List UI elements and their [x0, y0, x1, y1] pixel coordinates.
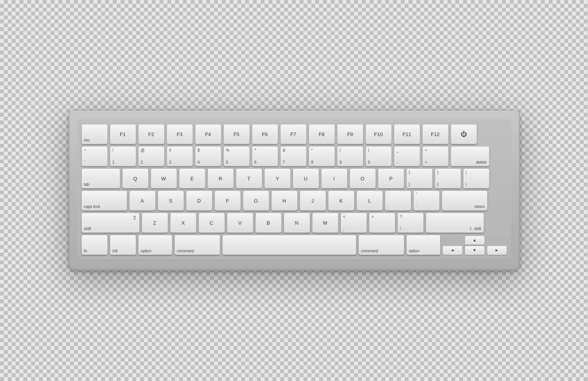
- key-f12[interactable]: F12: [422, 124, 449, 144]
- key-tab[interactable]: tab: [81, 168, 120, 189]
- key-6[interactable]: ^ 6: [252, 146, 278, 166]
- key-i[interactable]: I: [321, 168, 348, 189]
- key-slash[interactable]: ? /: [397, 213, 424, 233]
- key-quote[interactable]: " ': [413, 190, 440, 211]
- key-c[interactable]: C: [198, 213, 225, 233]
- key-arrow-left[interactable]: ◄: [442, 246, 463, 255]
- key-r[interactable]: R: [207, 168, 234, 189]
- key-k[interactable]: K: [328, 190, 355, 211]
- key-u[interactable]: U: [293, 168, 319, 189]
- key-arrow-down[interactable]: ▼: [465, 246, 485, 255]
- arrow-bottom-row: ◄ ▼ ►: [442, 246, 507, 255]
- key-option-left[interactable]: option: [138, 235, 172, 255]
- key-option-right[interactable]: option: [406, 235, 441, 255]
- bottom-row: fn crtl option command command option: [81, 235, 507, 255]
- key-f[interactable]: F: [214, 190, 241, 211]
- arrow-cluster: ▲ ◄ ▼ ►: [442, 236, 507, 255]
- key-x[interactable]: X: [170, 213, 197, 233]
- key-g[interactable]: G: [243, 190, 269, 211]
- key-2[interactable]: @ 2: [138, 146, 165, 166]
- key-arrow-up[interactable]: ▲: [465, 236, 485, 245]
- key-q[interactable]: Q: [122, 168, 149, 189]
- key-w[interactable]: W: [151, 168, 177, 189]
- key-9[interactable]: ( 9: [337, 146, 363, 166]
- key-f5[interactable]: F5: [223, 124, 250, 144]
- function-row: esc F1 F2 F3 F4 F5 F6: [81, 124, 507, 144]
- key-p[interactable]: P: [378, 168, 404, 189]
- qwerty-row: tab Q W E R T Y: [81, 168, 507, 189]
- key-v[interactable]: V: [227, 213, 253, 233]
- key-f7[interactable]: F7: [280, 124, 307, 144]
- keyboard-wrapper: esc F1 F2 F3 F4 F5 F6: [68, 110, 520, 271]
- key-f8[interactable]: F8: [309, 124, 335, 144]
- key-a[interactable]: A: [129, 190, 156, 211]
- key-comma[interactable]: < ,: [341, 213, 367, 233]
- key-shift-right[interactable]: ⇧ shift: [426, 213, 484, 233]
- key-l[interactable]: L: [356, 190, 383, 211]
- key-period[interactable]: > .: [369, 213, 395, 233]
- key-command-right[interactable]: command: [358, 235, 404, 255]
- key-equals[interactable]: + =: [422, 146, 449, 166]
- key-shift-left[interactable]: shift ⇧: [81, 213, 140, 233]
- key-spacebar[interactable]: [222, 235, 356, 255]
- key-minus[interactable]: _ -: [394, 146, 420, 166]
- key-fn[interactable]: fn: [81, 235, 108, 255]
- key-return[interactable]: return: [442, 190, 488, 211]
- key-8[interactable]: * 8: [309, 146, 335, 166]
- key-y[interactable]: Y: [264, 168, 291, 189]
- key-7[interactable]: & 7: [280, 146, 307, 166]
- key-pipe[interactable]: | \: [463, 168, 490, 189]
- key-1[interactable]: ! 1: [110, 146, 136, 166]
- key-e[interactable]: E: [179, 168, 205, 189]
- keyboard-body: esc F1 F2 F3 F4 F5 F6: [68, 110, 520, 271]
- key-f3[interactable]: F3: [167, 124, 193, 144]
- key-lbracket[interactable]: { [: [406, 168, 433, 189]
- zxcv-row: shift ⇧ Z X C V B N: [81, 213, 507, 233]
- key-b[interactable]: B: [255, 213, 282, 233]
- key-d[interactable]: D: [186, 190, 212, 211]
- key-j[interactable]: J: [300, 190, 326, 211]
- arrow-top-row: ▲: [442, 236, 507, 245]
- key-5[interactable]: % 5: [223, 146, 250, 166]
- key-tilde[interactable]: ~ `: [81, 146, 108, 166]
- key-f9[interactable]: F9: [337, 124, 363, 144]
- key-arrow-right[interactable]: ►: [487, 246, 507, 255]
- keyboard-surface: esc F1 F2 F3 F4 F5 F6: [77, 119, 511, 259]
- key-f11[interactable]: F11: [394, 124, 420, 144]
- key-m[interactable]: M: [312, 213, 339, 233]
- key-n[interactable]: N: [284, 213, 310, 233]
- key-ctrl[interactable]: crtl: [110, 235, 136, 255]
- key-f10[interactable]: F10: [365, 124, 392, 144]
- key-delete[interactable]: delete: [451, 146, 490, 166]
- key-h[interactable]: H: [271, 190, 298, 211]
- key-4[interactable]: $ 4: [195, 146, 221, 166]
- key-esc[interactable]: esc: [81, 124, 108, 144]
- key-3[interactable]: # 3: [167, 146, 193, 166]
- key-0[interactable]: ) 0: [365, 146, 392, 166]
- key-rbracket[interactable]: } ]: [435, 168, 461, 189]
- key-f6[interactable]: F6: [252, 124, 278, 144]
- key-command-left[interactable]: command: [174, 235, 220, 255]
- key-z[interactable]: Z: [142, 213, 168, 233]
- key-f4[interactable]: F4: [195, 124, 221, 144]
- number-row: ~ ` ! 1 @ 2 # 3 $ 4: [81, 146, 507, 166]
- key-s[interactable]: S: [158, 190, 184, 211]
- key-t[interactable]: T: [236, 168, 262, 189]
- key-f1[interactable]: F1: [110, 124, 136, 144]
- key-capslock[interactable]: caps lock: [81, 190, 127, 211]
- key-semicolon[interactable]: : ;: [385, 190, 411, 211]
- key-f2[interactable]: F2: [138, 124, 165, 144]
- asdf-row: caps lock A S D F G H: [81, 190, 507, 211]
- key-o[interactable]: O: [349, 168, 376, 189]
- key-power[interactable]: ⏻: [451, 124, 477, 144]
